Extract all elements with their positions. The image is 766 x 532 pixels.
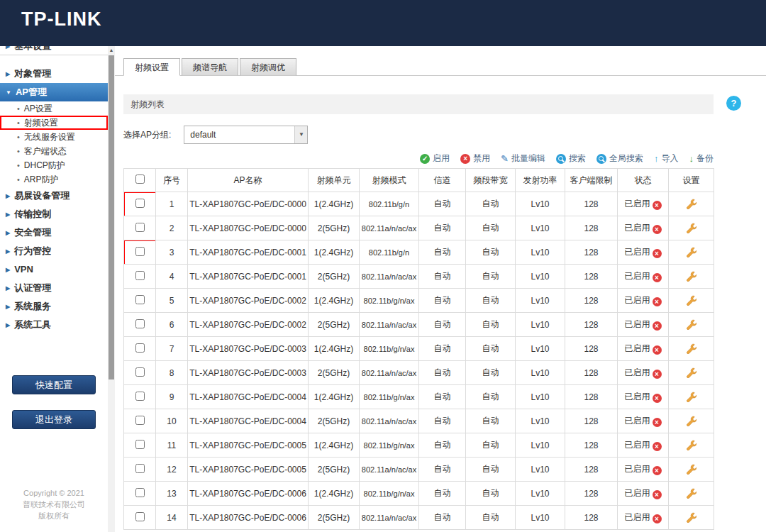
- cell-power: Lv10: [516, 216, 565, 240]
- cell-status: 已启用×: [618, 192, 669, 216]
- toolbar-batch-edit[interactable]: ✎批量编辑: [501, 153, 545, 165]
- wrench-icon[interactable]: [686, 512, 696, 523]
- table-row: 5TL-XAP1807GC-PoE/DC-00021(2.4GHz)802.11…: [124, 289, 714, 313]
- wrench-icon[interactable]: [686, 271, 696, 282]
- cell-name: TL-XAP1807GC-PoE/DC-0005: [188, 458, 309, 482]
- sidebar-item-security-management[interactable]: ▶安全管理: [0, 223, 108, 242]
- toolbar-enable[interactable]: ✓启用: [420, 153, 450, 165]
- tab-radio-settings[interactable]: 射频设置: [123, 58, 180, 76]
- select-all-checkbox[interactable]: [135, 174, 145, 184]
- scroll-up-arrow-icon[interactable]: ▲: [108, 46, 115, 55]
- row-checkbox[interactable]: [135, 464, 145, 473]
- sidebar-item-system-services[interactable]: ▶系统服务: [0, 297, 108, 316]
- toolbar-backup[interactable]: ↓备份: [689, 153, 714, 165]
- sidebar-item-arp-protection[interactable]: •ARP防护: [0, 172, 108, 187]
- sidebar-item-wireless-service-settings[interactable]: •无线服务设置: [0, 130, 108, 144]
- row-checkbox[interactable]: [135, 416, 145, 425]
- disable-x-icon[interactable]: ×: [653, 490, 662, 499]
- row-checkbox[interactable]: [135, 440, 145, 449]
- cell-limit: 128: [565, 289, 618, 313]
- tab-radio-tuning[interactable]: 射频调优: [240, 58, 296, 76]
- wrench-icon[interactable]: [686, 295, 696, 306]
- sidebar-item-dhcp-protection[interactable]: •DHCP防护: [0, 158, 108, 172]
- table-row: 11TL-XAP1807GC-PoE/DC-00051(2.4GHz)802.1…: [124, 433, 714, 458]
- disable-x-icon[interactable]: ×: [653, 225, 662, 234]
- logout-button[interactable]: 退出登录: [12, 410, 96, 429]
- row-checkbox[interactable]: [135, 223, 145, 232]
- wrench-icon[interactable]: [686, 319, 696, 330]
- disable-x-icon[interactable]: ×: [653, 370, 662, 379]
- cell-mode: 802.11b/g/n/ax: [360, 289, 419, 313]
- bullet-icon: •: [17, 118, 20, 127]
- toolbar-global-search[interactable]: 全局搜索: [596, 153, 643, 165]
- disable-x-icon[interactable]: ×: [653, 418, 662, 427]
- row-checkbox[interactable]: [135, 512, 145, 521]
- row-checkbox[interactable]: [135, 319, 145, 328]
- disable-x-icon[interactable]: ×: [653, 394, 662, 403]
- wrench-icon[interactable]: [686, 367, 696, 378]
- cell-settings: [669, 337, 714, 361]
- wrench-icon[interactable]: [686, 223, 696, 233]
- disable-x-icon[interactable]: ×: [653, 297, 662, 306]
- row-checkbox[interactable]: [135, 392, 145, 401]
- cell-power: Lv10: [516, 192, 565, 216]
- sidebar-item-easy-mesh-device-management[interactable]: ▶易展设备管理: [0, 187, 108, 205]
- disable-x-icon[interactable]: ×: [653, 321, 662, 331]
- chevron-right-icon: ▶: [6, 71, 10, 77]
- help-icon[interactable]: ?: [726, 96, 741, 111]
- disable-x-icon[interactable]: ×: [653, 442, 662, 451]
- cell-unit: 2(5GHz): [309, 265, 360, 289]
- cell-unit: 2(5GHz): [309, 409, 360, 433]
- cell-mode: 802.11a/n/ac/ax: [360, 506, 419, 530]
- row-checkbox[interactable]: [135, 488, 145, 497]
- wrench-icon[interactable]: [686, 247, 696, 257]
- disable-x-icon[interactable]: ×: [653, 249, 662, 258]
- row-checkbox[interactable]: [135, 343, 145, 353]
- toolbar-search[interactable]: 搜索: [556, 153, 586, 165]
- cell-power: Lv10: [516, 385, 565, 409]
- row-checkbox[interactable]: [135, 367, 145, 377]
- wrench-icon[interactable]: [686, 488, 696, 499]
- sidebar-item-vpn[interactable]: ▶VPN: [0, 260, 108, 279]
- column-header: 客户端限制: [565, 169, 618, 192]
- row-checkbox[interactable]: [135, 247, 145, 256]
- sidebar-item-behavior-control[interactable]: ▶行为管控: [0, 242, 108, 260]
- chevron-right-icon: ▶: [6, 285, 10, 292]
- wrench-icon[interactable]: [686, 440, 696, 450]
- wrench-icon[interactable]: [686, 392, 696, 402]
- sidebar-item-client-status[interactable]: •客户端状态: [0, 144, 108, 158]
- cell-settings: [669, 458, 714, 482]
- sidebar-item-object-management[interactable]: ▶对象管理: [0, 65, 108, 83]
- disable-x-icon[interactable]: ×: [653, 345, 662, 355]
- disable-x-icon[interactable]: ×: [653, 466, 662, 475]
- scrollbar-thumb[interactable]: [109, 55, 114, 379]
- ap-group-dropdown[interactable]: default ▼: [184, 126, 308, 144]
- disable-x-icon[interactable]: ×: [653, 514, 662, 523]
- sidebar-item-system-tools[interactable]: ▶系统工具: [0, 316, 108, 334]
- wrench-icon[interactable]: [686, 199, 696, 209]
- sidebar-item-ap-settings[interactable]: •AP设置: [0, 101, 108, 116]
- toolbar-import[interactable]: ↑导入: [654, 153, 679, 165]
- sidebar-item-label: 客户端状态: [24, 146, 67, 156]
- row-checkbox[interactable]: [135, 199, 145, 208]
- disable-x-icon[interactable]: ×: [653, 201, 662, 210]
- wrench-icon[interactable]: [686, 416, 696, 426]
- row-checkbox[interactable]: [135, 271, 145, 280]
- row-checkbox[interactable]: [135, 295, 145, 304]
- sidebar-item-transmission-control[interactable]: ▶传输控制: [0, 205, 108, 223]
- ap-group-row: 选择AP分组: default ▼: [123, 126, 766, 144]
- sidebar-scrollbar[interactable]: ▲: [108, 46, 115, 532]
- quick-config-button[interactable]: 快速配置: [12, 375, 96, 394]
- sidebar-item-authentication-management[interactable]: ▶认证管理: [0, 279, 108, 297]
- cell-name: TL-XAP1807GC-PoE/DC-0002: [188, 313, 309, 337]
- sidebar-item-radio-settings[interactable]: •射频设置: [0, 116, 108, 130]
- toolbar-disable[interactable]: ×禁用: [460, 153, 490, 165]
- disable-x-icon[interactable]: ×: [653, 273, 662, 282]
- wrench-icon[interactable]: [686, 343, 696, 354]
- cell-chan: 自动: [419, 458, 466, 482]
- cell-unit: 1(2.4GHz): [309, 482, 360, 506]
- wrench-icon[interactable]: [686, 464, 696, 475]
- sidebar-item-ap-management[interactable]: ▼AP管理: [0, 83, 108, 101]
- sidebar-item-basic-settings[interactable]: ▶基本设置: [0, 46, 108, 56]
- tab-spectrum-navigation[interactable]: 频谱导航: [182, 58, 238, 76]
